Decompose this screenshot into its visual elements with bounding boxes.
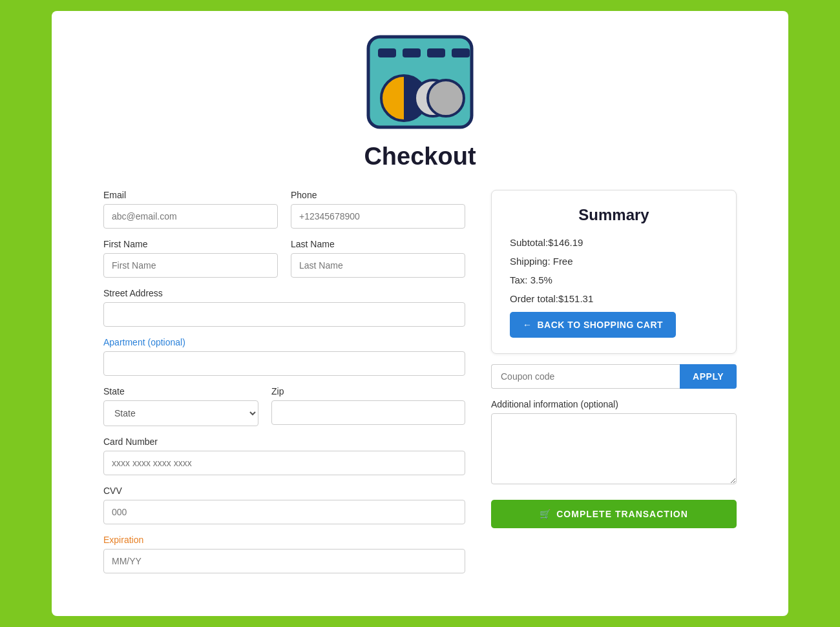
phone-label: Phone	[291, 190, 465, 200]
expiration-input[interactable]	[103, 549, 465, 573]
last-name-label: Last Name	[291, 239, 465, 249]
additional-info-group: Additional information (optional)	[491, 399, 737, 487]
zip-group: Zip	[271, 386, 465, 426]
card-number-input[interactable]	[103, 451, 465, 475]
zip-label: Zip	[271, 386, 465, 396]
email-input[interactable]	[103, 204, 278, 229]
first-name-group: First Name	[103, 239, 278, 278]
summary-title: Summary	[510, 206, 718, 224]
additional-info-label: Additional information (optional)	[491, 399, 737, 409]
street-address-label: Street Address	[103, 288, 465, 298]
street-address-input[interactable]	[103, 302, 465, 327]
name-row: First Name Last Name	[103, 239, 465, 278]
apply-coupon-button[interactable]: APPLY	[680, 364, 737, 389]
phone-input[interactable]	[291, 204, 465, 229]
order-total-label: Order total:	[510, 293, 558, 304]
last-name-group: Last Name	[291, 239, 465, 278]
shipping-line: Shipping: Free	[510, 256, 718, 267]
complete-transaction-label: COMPLETE TRANSACTION	[556, 509, 688, 519]
last-name-input[interactable]	[291, 253, 465, 278]
email-phone-row: Email Phone	[103, 190, 465, 229]
zip-input[interactable]	[271, 400, 465, 425]
page-title: Checkout	[364, 143, 476, 170]
subtotal-value: $146.19	[548, 237, 583, 248]
cvv-input[interactable]	[103, 500, 465, 524]
card-number-group: Card Number	[103, 437, 465, 475]
additional-info-textarea[interactable]	[491, 413, 737, 484]
cvv-label: CVV	[103, 486, 465, 496]
order-total-value: $151.31	[558, 293, 593, 304]
main-container: Checkout Email Phone First Name	[52, 11, 788, 616]
subtotal-line: Subtotal:$146.19	[510, 237, 718, 248]
cvv-group: CVV	[103, 486, 465, 524]
street-address-group: Street Address	[103, 288, 465, 327]
apartment-input[interactable]	[103, 351, 465, 376]
email-label: Email	[103, 190, 278, 200]
header-icon-container	[362, 30, 478, 143]
svg-rect-1	[378, 48, 396, 57]
form-section: Email Phone First Name Last Name	[103, 190, 465, 584]
svg-rect-2	[403, 48, 421, 57]
svg-rect-3	[427, 48, 445, 57]
back-arrow-icon: ←	[523, 320, 532, 330]
complete-transaction-button[interactable]: 🛒 COMPLETE TRANSACTION	[491, 500, 737, 528]
subtotal-label: Subtotal:	[510, 237, 548, 248]
svg-rect-4	[452, 48, 470, 57]
coupon-input[interactable]	[491, 364, 680, 389]
state-label: State	[103, 386, 258, 396]
state-select[interactable]: State ALAKAZAR CACOCTDE FLGAHIID ILINIAK…	[103, 400, 258, 426]
expiration-group: Expiration	[103, 535, 465, 573]
first-name-input[interactable]	[103, 253, 278, 278]
summary-box: Summary Subtotal:$146.19 Shipping: Free …	[491, 190, 737, 354]
state-group: State State ALAKAZAR CACOCTDE FLGAHIID I…	[103, 386, 258, 426]
state-zip-row: State State ALAKAZAR CACOCTDE FLGAHIID I…	[103, 386, 465, 426]
expiration-label: Expiration	[103, 535, 465, 545]
form-summary-row: Email Phone First Name Last Name	[103, 190, 737, 584]
phone-group: Phone	[291, 190, 465, 229]
svg-point-7	[428, 80, 464, 116]
back-to-cart-button[interactable]: ← BACK TO SHOPPING CART	[510, 312, 676, 338]
apartment-group: Apartment (optional)	[103, 337, 465, 376]
apartment-label: Apartment (optional)	[103, 337, 465, 347]
order-total-line: Order total:$151.31	[510, 293, 718, 304]
coupon-row: APPLY	[491, 364, 737, 389]
card-number-label: Card Number	[103, 437, 465, 447]
email-group: Email	[103, 190, 278, 229]
back-to-cart-label: BACK TO SHOPPING CART	[538, 320, 664, 330]
first-name-label: First Name	[103, 239, 278, 249]
tax-line: Tax: 3.5%	[510, 274, 718, 285]
cart-icon: 🛒	[540, 509, 551, 519]
summary-coupon-section: Summary Subtotal:$146.19 Shipping: Free …	[491, 190, 737, 528]
